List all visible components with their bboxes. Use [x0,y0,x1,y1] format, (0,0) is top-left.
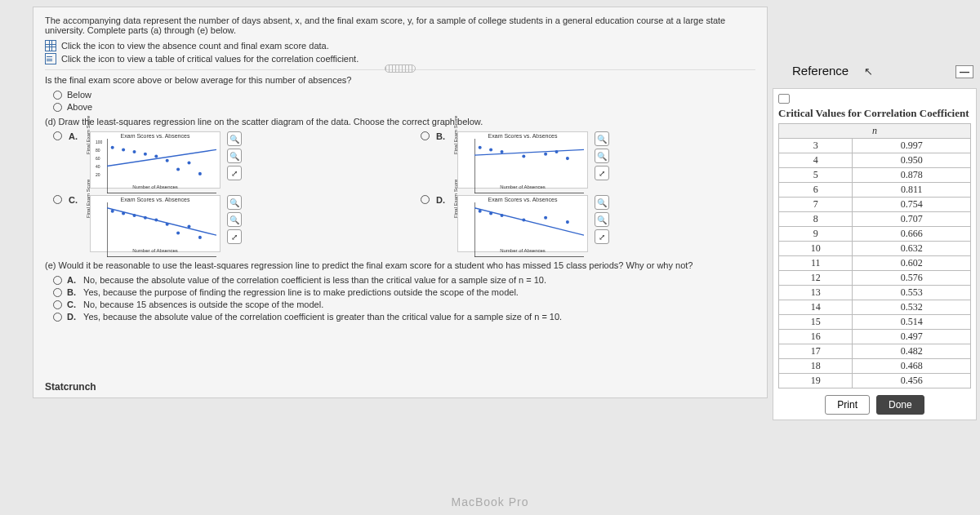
svg-point-32 [198,236,202,239]
mini-chart-c: Exam Scores vs. Absences Final Exam Scor… [90,195,220,252]
table-row: 130.553 [779,286,971,300]
option-label: B. [436,131,451,141]
svg-point-10 [198,172,202,175]
data-link-text: Click the icon to view the absence count… [61,41,329,51]
speech-icon[interactable] [778,94,790,104]
table-row: 170.482 [779,344,971,359]
reference-heading: Reference [792,64,849,78]
svg-point-5 [144,153,147,156]
table-row: 50.878 [779,168,971,183]
intro-text: The accompanying data represent the numb… [45,16,755,35]
data-link-row[interactable]: Click the icon to view the absence count… [45,40,755,51]
svg-point-9 [187,161,190,164]
table-row: 150.514 [779,315,971,330]
cursor-icon: ↖ [864,65,873,78]
e-option-b[interactable]: B. Yes, because the purpose of finding t… [53,287,755,297]
done-button[interactable]: Done [876,395,924,415]
table-row: 30.997 [779,139,971,153]
table-row: 180.468 [779,359,971,374]
svg-point-20 [566,157,569,160]
svg-point-41 [566,220,569,224]
zoom-out-icon[interactable]: 🔍 [595,149,609,163]
graph-option-c[interactable]: C. Exam Scores vs. Absences Final Exam S… [53,195,388,252]
table-row: 90.666 [779,227,971,242]
mini-chart-b: Exam Scores vs. Absences Final Exam Scor… [457,131,588,189]
e-option-d[interactable]: D. Yes, because the absolute value of th… [53,312,755,322]
critical-values-table: n 30.99740.95050.87860.81170.75480.70790… [778,123,971,388]
mini-chart-d: Exam Scores vs. Absences Final Exam Scor… [457,195,588,252]
radio-below[interactable]: Below [53,90,755,100]
expand-icon[interactable]: ⤢ [227,229,242,244]
radio-icon [53,91,62,100]
prev-question: Is the final exam score above or below a… [45,75,755,85]
reference-title: Critical Values for Correlation Coeffici… [778,107,971,120]
e-option-a[interactable]: A. No, because the absolute value of the… [53,275,755,285]
radio-label: Below [67,90,91,100]
zoom-out-icon[interactable]: 🔍 [227,149,242,163]
radio-icon [53,300,62,309]
expand-icon[interactable]: ⤢ [595,229,609,244]
radio-icon [53,195,62,204]
print-button[interactable]: Print [825,395,870,415]
svg-point-40 [544,216,547,220]
svg-point-7 [166,159,169,162]
zoom-out-icon[interactable]: 🔍 [595,212,609,227]
expand-icon[interactable]: ⤢ [595,166,609,180]
crit-link-row[interactable]: Click the icon to view a table of critic… [45,53,755,64]
svg-point-18 [544,153,547,156]
part-d-text: (d) Draw the least-squares regression li… [45,117,755,127]
reference-panel: Critical Values for Correlation Coeffici… [773,88,977,420]
svg-point-30 [176,232,180,235]
graph-option-a[interactable]: A. Exam Scores vs. Absences Final Exam S… [53,131,388,189]
svg-point-15 [489,148,492,151]
svg-line-33 [107,208,216,236]
radio-icon [53,288,62,297]
part-e-text: (e) Would it be reasonable to use the le… [45,260,755,270]
drag-grip[interactable] [385,64,416,73]
zoom-in-icon[interactable]: 🔍 [227,131,242,146]
radio-icon [53,131,62,140]
table-row: 60.811 [779,183,971,198]
e-option-c[interactable]: C. No, because 15 absences is outside th… [53,300,755,309]
option-label: C. [69,195,83,205]
radio-icon [421,195,430,204]
svg-line-11 [107,149,216,166]
table-row: 40.950 [779,153,971,168]
grid-icon [45,40,56,51]
option-label: D. [436,195,451,205]
table-row: 70.754 [779,198,971,212]
expand-icon[interactable]: ⤢ [227,166,242,180]
zoom-in-icon[interactable]: 🔍 [595,131,609,146]
table-row: 110.602 [779,256,971,271]
svg-point-17 [522,154,525,158]
svg-point-4 [132,150,136,153]
radio-above[interactable]: Above [53,102,755,112]
table-row: 80.707 [779,212,971,227]
table-row: 190.456 [779,374,971,388]
radio-icon [53,103,62,112]
zoom-in-icon[interactable]: 🔍 [595,195,609,210]
table-row: 140.532 [779,300,971,315]
statcrunch-label[interactable]: Statcrunch [45,381,96,393]
option-label: A. [69,131,83,141]
svg-point-14 [479,146,482,149]
svg-point-3 [122,148,125,151]
table-row: 120.576 [779,271,971,286]
radio-icon [53,313,62,322]
table-header-n: n [779,124,971,139]
zoom-out-icon[interactable]: 🔍 [227,212,242,227]
graph-option-d[interactable]: D. Exam Scores vs. Absences Final Exam S… [421,195,755,252]
zoom-in-icon[interactable]: 🔍 [227,195,242,210]
crit-link-text: Click the icon to view a table of critic… [61,54,359,64]
radio-icon [53,276,62,285]
graph-option-b[interactable]: B. Exam Scores vs. Absences Final Exam S… [421,131,755,189]
macbook-label: MacBook Pro [451,495,528,508]
svg-point-2 [111,146,114,149]
table-row: 100.632 [779,242,971,256]
mini-chart-a: Exam Scores vs. Absences Final Exam Scor… [90,131,220,189]
doc-icon [45,53,56,64]
radio-icon [421,131,430,140]
question-panel: The accompanying data represent the numb… [33,7,768,398]
minimize-button[interactable]: — [956,65,973,78]
table-row: 160.497 [779,330,971,344]
